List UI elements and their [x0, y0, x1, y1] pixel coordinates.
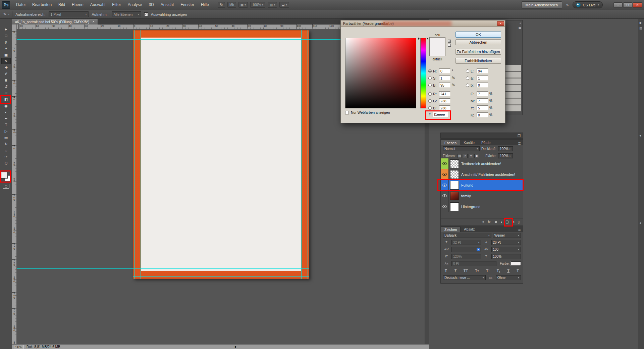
quick-mask-icon[interactable]: [3, 184, 9, 189]
menu-filter[interactable]: Filter: [109, 0, 124, 10]
menu-datei[interactable]: Datei: [13, 0, 29, 10]
layer-row-hintergrund[interactable]: Hintergrund: [441, 201, 523, 212]
layer-visibility-toggle[interactable]: [441, 169, 449, 180]
link-layers-icon[interactable]: ⚭: [482, 220, 484, 224]
cs-live-button[interactable]: CS Live ▾: [573, 1, 603, 8]
blur-tool[interactable]: ◉: [1, 103, 11, 109]
lock-transparency-icon[interactable]: ▨: [457, 154, 462, 158]
workspace-button[interactable]: Mein Arbeitsbereich: [521, 1, 562, 9]
expand-dock-arrow-low[interactable]: ◂: [639, 221, 641, 225]
anti-alias-dropdown[interactable]: Ohne ▾: [496, 275, 521, 280]
collapsed-dock-grid-icon[interactable]: ▤: [639, 27, 642, 30]
layer-thumbnail[interactable]: [450, 159, 459, 168]
opacity-field[interactable]: 100% ▸: [498, 146, 513, 151]
color-field[interactable]: [345, 38, 416, 108]
cp-g-field[interactable]: 238: [439, 98, 450, 103]
delete-layer-icon[interactable]: ▯: [518, 220, 520, 224]
tab-kanle[interactable]: Kanäle: [460, 140, 478, 145]
show-ring-checkbox[interactable]: ✓: [144, 12, 148, 16]
tab-close-icon[interactable]: ×: [92, 20, 94, 23]
dodge-tool[interactable]: ◐: [1, 109, 11, 115]
rectangle-tool[interactable]: ▭: [1, 135, 11, 141]
hand-tool[interactable]: ☞: [1, 154, 11, 160]
mini-bridge-icon[interactable]: Mb: [227, 2, 236, 8]
cp-b-field[interactable]: 95: [439, 83, 450, 88]
color-libraries-button[interactable]: Farbbibliotheken: [455, 58, 501, 64]
zoom-level-field[interactable]: 50%: [14, 345, 24, 349]
collapsed-dock-panel-icon[interactable]: ◧: [639, 21, 642, 24]
adjustment-layer-icon[interactable]: ◑: [500, 220, 502, 224]
faux-italic-button[interactable]: T: [454, 269, 457, 273]
cp-a-field[interactable]: 1: [477, 76, 488, 81]
fill-field[interactable]: 100% ▸: [498, 153, 513, 158]
strikethrough-button[interactable]: T: [517, 269, 519, 273]
cp-b2-radio[interactable]: [428, 106, 432, 110]
cp-b2-field[interactable]: 238: [439, 105, 450, 110]
lock-position-icon[interactable]: ✛: [469, 154, 473, 158]
underline-button[interactable]: T: [507, 269, 509, 273]
current-color-swatch[interactable]: [430, 47, 445, 56]
tracking-dropdown[interactable]: 100 ▾: [491, 247, 521, 252]
layer-visibility-toggle[interactable]: [441, 201, 449, 212]
cp-s-field[interactable]: 1: [439, 76, 450, 81]
lock-pixels-icon[interactable]: ✐: [463, 154, 468, 158]
history-brush-tool[interactable]: ↺: [1, 84, 11, 90]
cp-lab-b-radio[interactable]: [466, 84, 469, 87]
layer-thumbnail[interactable]: [450, 192, 459, 200]
clone-stamp-tool[interactable]: ♜: [1, 77, 11, 83]
orbit-3d-tool[interactable]: ◌: [1, 147, 11, 153]
hue-slider-marker-left[interactable]: [418, 37, 420, 40]
menu-fenster[interactable]: Fenster: [177, 0, 198, 10]
view-extras-icon[interactable]: ▦▾: [238, 2, 248, 8]
language-dropdown[interactable]: Deutsch: neue ... ▾: [443, 275, 486, 280]
tab-absatz[interactable]: Absatz: [461, 227, 478, 232]
dock-collapse-icon[interactable]: «: [520, 21, 521, 25]
cp-g-radio[interactable]: [428, 99, 432, 103]
tab-zeichen[interactable]: Zeichen: [441, 227, 461, 232]
cp-l-radio[interactable]: [466, 69, 469, 73]
menu-ebene[interactable]: Ebene: [68, 0, 87, 10]
type-tool[interactable]: T: [1, 122, 11, 128]
layer-row-anschnitt-falzlinien-ausblenden[interactable]: Anschnitt/ Falzlinien ausblenden!: [441, 169, 523, 180]
document-tab[interactable]: a6_1s_portrait.psd bei 50% (Füllung, CMY…: [12, 19, 98, 24]
vertical-scale-field[interactable]: 120%: [451, 254, 481, 259]
horizontal-scale-field[interactable]: 100%: [491, 254, 521, 259]
layer-row-f-llung[interactable]: Füllung: [441, 180, 523, 191]
pen-tool[interactable]: ✒: [1, 115, 11, 121]
menu-bearbeiten[interactable]: Bearbeiten: [29, 0, 55, 10]
guide-vertical-1[interactable]: [134, 30, 135, 279]
zoom-level-dropdown[interactable]: 100%▾: [250, 2, 265, 8]
menu-bild[interactable]: Bild: [55, 0, 68, 10]
guide-vertical-3[interactable]: [301, 30, 302, 279]
menu-ansicht[interactable]: Ansicht: [157, 0, 177, 10]
cp-h-field[interactable]: 0: [439, 68, 450, 73]
menu-hilfe[interactable]: Hilfe: [198, 0, 212, 10]
layer-row-textbereich-ausblenden[interactable]: Textbereich ausblenden!: [441, 158, 523, 169]
ok-button[interactable]: OK: [455, 32, 501, 38]
layer-row-family[interactable]: family: [441, 191, 523, 201]
layer-visibility-toggle[interactable]: [441, 191, 449, 201]
spot-healing-brush-tool[interactable]: ✚: [1, 64, 11, 70]
cp-s-radio[interactable]: [428, 77, 432, 80]
tab-ebenen[interactable]: Ebenen: [441, 140, 460, 145]
minimize-button[interactable]: –: [613, 2, 623, 8]
layer-visibility-toggle[interactable]: [441, 158, 449, 169]
hue-slider-marker-right[interactable]: [427, 37, 428, 40]
maximize-button[interactable]: ❐: [623, 2, 632, 8]
crop-tool[interactable]: ▣: [1, 52, 11, 58]
cp-l-field[interactable]: 94: [477, 68, 488, 73]
eraser-tool[interactable]: ▱: [1, 90, 11, 96]
rectangular-marquee-tool[interactable]: □: [1, 33, 11, 39]
all-caps-button[interactable]: TT: [464, 269, 468, 273]
add-layer-mask-icon[interactable]: ◙: [495, 220, 497, 224]
panel-menu-icon[interactable]: ≣: [518, 141, 523, 145]
cp-h-radio[interactable]: [428, 69, 432, 73]
guide-horizontal-fold[interactable]: [133, 276, 309, 277]
dialog-title-bar[interactable]: Farbwähler (Vordergrundfarbe): [341, 20, 505, 27]
cp-y-field[interactable]: 5: [477, 105, 488, 110]
leading-dropdown[interactable]: 26 Pt ▾: [491, 240, 521, 245]
workspace-overflow-icon[interactable]: »: [566, 2, 569, 7]
cp-b-radio[interactable]: [428, 84, 432, 87]
quick-selection-tool[interactable]: ✶: [1, 45, 11, 51]
sample-layers-dropdown[interactable]: Alle Ebenen ▾: [112, 11, 141, 17]
